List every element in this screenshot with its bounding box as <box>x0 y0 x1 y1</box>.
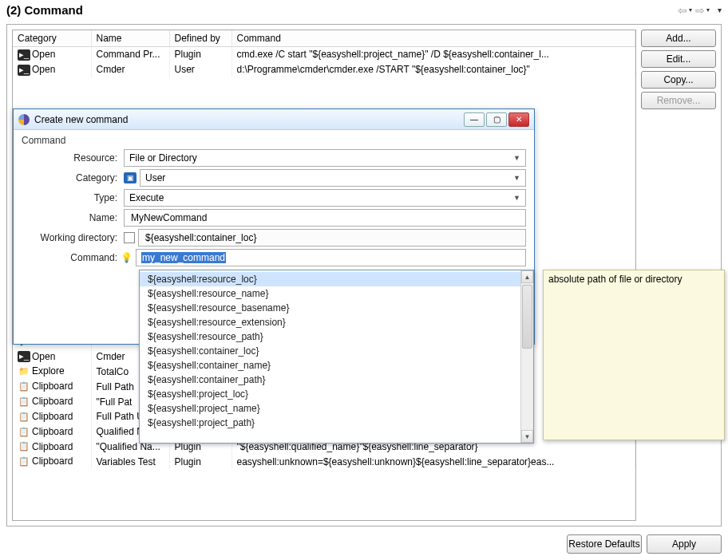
autocomplete-item[interactable]: ${easyshell:project_loc} <box>140 387 520 401</box>
resource-combo[interactable]: File or Directory <box>124 149 526 167</box>
apply-button[interactable]: Apply <box>647 534 722 554</box>
minimize-button[interactable]: — <box>464 112 485 127</box>
clip-icon: 📋 <box>18 441 30 452</box>
restore-defaults-button[interactable]: Restore Defaults <box>567 534 642 554</box>
bulb-icon: 💡 <box>121 252 133 263</box>
clip-icon: 📋 <box>18 456 30 467</box>
col-command[interactable]: Command <box>231 30 635 47</box>
autocomplete-item[interactable]: ${easyshell:project_path} <box>140 416 520 430</box>
open-icon: ▸_ <box>18 351 30 362</box>
open-icon: ▸_ <box>18 49 30 61</box>
autocomplete-item[interactable]: ${easyshell:container_path} <box>140 373 520 387</box>
workdir-field[interactable] <box>138 229 526 246</box>
autocomplete-item[interactable]: ${easyshell:resource_basename} <box>140 301 520 315</box>
clip-icon: 📋 <box>18 427 30 438</box>
label-name: Name: <box>22 212 124 223</box>
autocomplete-item[interactable]: ${easyshell:container_name} <box>140 358 520 373</box>
autocomplete-item[interactable]: ${easyshell:resource_loc} <box>140 272 520 286</box>
close-button[interactable]: ✕ <box>508 112 529 127</box>
category-combo[interactable]: User <box>140 169 526 187</box>
eclipse-icon <box>18 114 30 125</box>
dialog-title: Create new command <box>34 114 128 125</box>
table-header-row: Category Name Defined by Command <box>13 30 635 47</box>
clip-icon: 📋 <box>18 396 30 408</box>
folder-icon: 📁 <box>18 366 30 377</box>
autocomplete-popup: ${easyshell:resource_loc}${easyshell:res… <box>139 270 534 444</box>
col-category[interactable]: Category <box>13 30 91 47</box>
autocomplete-item[interactable]: ${easyshell:resource_path} <box>140 329 520 344</box>
edit-button[interactable]: Edit... <box>641 50 716 68</box>
label-category: Category: <box>22 172 124 183</box>
back-icon[interactable]: ⇦ <box>678 4 687 17</box>
col-name[interactable]: Name <box>91 30 169 47</box>
command-value: my_new_command <box>141 252 226 263</box>
col-defined[interactable]: Defined by <box>169 30 231 47</box>
dialog-titlebar[interactable]: Create new command — ▢ ✕ <box>14 109 534 130</box>
category-icon: ▣ <box>124 172 136 183</box>
scroll-down-icon[interactable]: ▼ <box>521 430 533 443</box>
open-icon: ▸_ <box>18 65 30 76</box>
scroll-up-icon[interactable]: ▲ <box>521 270 533 283</box>
back-menu-icon[interactable]: ▾ <box>689 6 692 14</box>
copy-button[interactable]: Copy... <box>641 71 716 89</box>
name-field[interactable] <box>124 209 526 227</box>
command-field[interactable]: my_new_command <box>136 249 526 266</box>
command-table: Category Name Defined by Command ▸_Open … <box>13 30 635 77</box>
bottom-buttons: Restore Defaults Apply <box>567 534 722 554</box>
workdir-checkbox[interactable] <box>124 232 135 243</box>
add-button[interactable]: Add... <box>641 30 716 47</box>
label-workdir: Working directory: <box>22 232 124 243</box>
clip-icon: 📋 <box>18 412 30 423</box>
table-row[interactable]: 📋Clipboard Variables Test Plugin easyshe… <box>13 454 635 469</box>
clip-icon: 📋 <box>18 381 30 392</box>
remove-button: Remove... <box>641 92 716 109</box>
side-buttons: Add... Edit... Copy... Remove... <box>641 30 716 109</box>
autocomplete-tooltip: absolute path of file or directory <box>543 270 725 440</box>
label-type: Type: <box>22 192 124 203</box>
autocomplete-item[interactable]: ${easyshell:resource_extension} <box>140 315 520 329</box>
view-menu-icon[interactable]: ▾ <box>718 6 722 14</box>
maximize-button[interactable]: ▢ <box>486 112 507 127</box>
scroll-thumb[interactable] <box>522 285 532 349</box>
type-combo[interactable]: Execute <box>124 189 526 207</box>
table-row[interactable]: ▸_Open Cmder User d:\Programme\cmder\cmd… <box>13 62 635 77</box>
group-command-label: Command <box>22 135 526 146</box>
autocomplete-item[interactable]: ${easyshell:project_name} <box>140 401 520 416</box>
table-row[interactable]: ▸_Open Command Pr... Plugin cmd.exe /C s… <box>13 47 635 62</box>
header: (2) Command ⇦▾ ⇨▾ ▾ <box>0 0 728 20</box>
forward-menu-icon[interactable]: ▾ <box>706 6 710 14</box>
label-command: Command: <box>22 252 124 263</box>
autocomplete-list[interactable]: ${easyshell:resource_loc}${easyshell:res… <box>140 270 520 443</box>
header-nav: ⇦▾ ⇨▾ ▾ <box>678 4 722 17</box>
page-title: (2) Command <box>6 3 83 17</box>
forward-icon[interactable]: ⇨ <box>695 4 705 17</box>
autocomplete-scrollbar[interactable]: ▲ ▼ <box>520 270 533 443</box>
autocomplete-item[interactable]: ${easyshell:resource_name} <box>140 286 520 301</box>
autocomplete-item[interactable]: ${easyshell:container_loc} <box>140 344 520 358</box>
label-resource: Resource: <box>22 152 124 164</box>
